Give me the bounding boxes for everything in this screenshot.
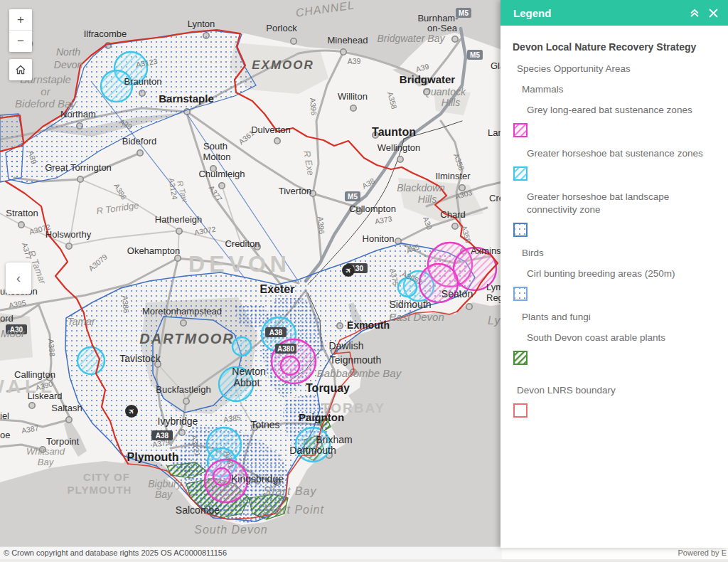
town-marker [350,105,356,111]
map-label: Moor [1,327,26,339]
map-label: Honiton [363,233,395,244]
map-label: A386 [121,295,131,314]
map-container[interactable]: M5M5M5A30A38A38A380A30 CHANNELBurnham-on… [0,0,502,562]
collapse-legend-button[interactable] [685,4,704,22]
map-label: Newton [232,366,265,377]
map-label: Teignmouth [330,354,381,366]
legend-item-label: Grey long-eared bat sustenance zones [527,104,718,117]
map-label: Bay [38,457,55,467]
map-label: Liskeard [27,391,62,401]
legend-swatch-blue-dots [513,222,718,238]
map-label: Bay [155,489,173,500]
home-icon [15,64,26,75]
legend-swatch-blue-dots-light [513,286,718,302]
town-marker [397,157,403,162]
legend-body[interactable]: Devon Local Nature Recovery Strategy Spe… [500,26,728,548]
town-marker [18,222,24,228]
legend-item-label: Devon LNRS boundary [517,384,718,397]
legend-item-label: Mammals [522,83,718,96]
map-label: Salcombe [176,504,220,516]
map-label: Holsworthy [46,229,92,240]
map-label: Tamar [67,316,96,327]
legend-swatch-red-outline [513,403,718,418]
town-marker [77,176,83,182]
map-label: Devon [54,59,83,70]
map-label: Okehampton [127,245,180,256]
map-label: PLYMOUTH [68,484,132,496]
town-marker [181,320,186,326]
map-label: Williton [338,91,368,102]
map-label: Porlock [266,23,297,33]
map-label: iel [0,410,9,421]
map-label: ord [0,313,14,324]
town-marker [137,150,143,156]
map-label: Crediton [225,238,259,249]
legend-layer-title: Devon Local Nature Recovery Strategy [513,41,718,53]
town-marker [291,38,296,44]
map-label: Totnes [250,419,279,430]
map-label: Seaton [441,288,473,299]
map-label: Cullompton [349,203,396,214]
road-badge-label: M5 [459,9,469,17]
map-canvas[interactable]: M5M5M5A30A38A38A380A30 CHANNELBurnham-on… [0,0,502,562]
map-label: Braunton [124,76,162,87]
collapse-left-panel-button[interactable]: ‹ [6,263,31,294]
map-label: Regis [486,292,502,303]
road-badge-label: A380 [277,345,294,353]
zoom-in-button[interactable]: + [9,9,32,31]
road-badge-label: M5 [470,51,480,59]
map-label: EXMOOR [252,58,314,72]
map-label: Buckfastleigh [156,384,210,395]
map-label: Chard [440,209,465,220]
map-label: Abbot [234,377,260,388]
map-label: Lyme [488,314,502,327]
map-label: East Devon [389,311,444,323]
legend-swatch-magenta-hatch [513,122,718,138]
map-label: Sidmouth [389,299,431,310]
map-label: Langport [488,127,502,138]
map-label: DARTMOOR [139,331,234,346]
map-label: Bideford [122,136,156,147]
map-label: Barnstaple [159,92,214,105]
map-label: A396 [316,216,326,235]
zoom-out-button[interactable]: − [9,31,32,52]
map-label: Callington [14,369,55,380]
map-label: Hills [441,97,460,108]
map-label: Wellington [378,142,420,153]
map-label: Saltash [51,403,82,413]
town-marker [452,223,458,229]
road-badge-label: A38 [269,329,283,336]
map-label: Tavistock [119,353,161,364]
zoom-controls: + − [9,9,32,52]
legend-swatch-green-hatch [513,350,718,366]
map-label: Exmouth [347,319,390,331]
road-badge-label: M5 [348,193,358,201]
town-marker [274,138,280,144]
map-label: Axminster [471,245,502,256]
town-marker [176,228,182,234]
map-label: Burnham- [417,13,458,23]
bottom-strip [0,559,728,562]
map-label: oe [0,430,10,440]
home-button[interactable] [9,59,32,80]
map-label: South Devon [194,524,268,536]
town-marker [466,304,472,309]
close-legend-button[interactable] [704,4,722,22]
legend-items: Species Opportunity AreasMammalsGrey lon… [513,63,718,418]
attribution-bar: © Crown copyright and database rights 20… [0,546,728,560]
map-label: Dulverton [251,124,291,135]
town-marker [341,49,346,55]
legend-item-label: Birds [522,247,718,260]
map-label: Dawlish [328,340,363,351]
map-label: A388 [47,339,57,357]
map-label: Blackdown [397,182,445,193]
map-label: Lyme [486,282,502,292]
town-marker [29,403,35,408]
map-label: Taunton [372,126,416,138]
close-icon [708,8,719,18]
chevron-left-icon: ‹ [16,271,21,286]
map-label: Ivybridge [158,415,198,427]
map-label: or [41,85,50,97]
map-label: Tiverton [279,186,311,196]
town-marker [183,398,189,404]
